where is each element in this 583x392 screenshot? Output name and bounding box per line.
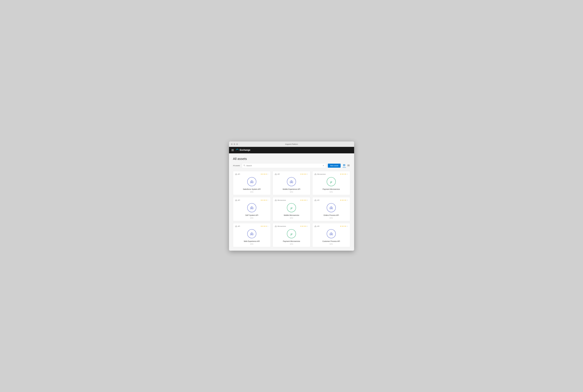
asset-card[interactable]: Microservices ★★★★★ μ Mobile Microservic… bbox=[273, 197, 310, 221]
svg-rect-3 bbox=[344, 164, 345, 165]
asset-type: Microservices bbox=[275, 199, 286, 201]
asset-name: Web Experience API bbox=[235, 240, 269, 242]
search-input[interactable] bbox=[246, 165, 323, 167]
star: ★ bbox=[305, 173, 307, 175]
asset-org: NTO bbox=[314, 217, 348, 219]
asset-card-header: Microservices ★★★★★ bbox=[314, 173, 348, 175]
main-content: All assets All assets ✕ New asset bbox=[229, 153, 354, 251]
asset-card-header: Microservices ★★★★★ bbox=[275, 225, 308, 227]
asset-type: Microservices bbox=[314, 173, 326, 175]
asset-card[interactable]: API ★★★★★ Web Experience API NTO bbox=[233, 223, 271, 247]
search-clear-icon[interactable]: ✕ bbox=[323, 164, 324, 167]
star: ★ bbox=[300, 199, 302, 201]
asset-rating: ★★★★★ bbox=[300, 173, 308, 175]
window-title: Anypoint Platform bbox=[285, 143, 298, 145]
app-window: Anypoint Platform Exchange All assets Al… bbox=[229, 142, 354, 251]
star: ★ bbox=[340, 225, 342, 227]
star: ★ bbox=[261, 173, 262, 175]
assets-grid: API ★★★★★ Salesforce System API NTO API … bbox=[233, 171, 350, 247]
svg-rect-2 bbox=[343, 164, 344, 165]
asset-logo-container: μ bbox=[275, 203, 308, 212]
star: ★ bbox=[302, 199, 303, 201]
asset-logo-container bbox=[314, 203, 348, 212]
star: ★ bbox=[262, 225, 264, 227]
star: ★ bbox=[343, 225, 345, 227]
asset-rating: ★★★★★ bbox=[340, 199, 348, 201]
svg-point-19 bbox=[236, 226, 236, 226]
search-container: ✕ bbox=[242, 163, 326, 168]
asset-card-header: API ★★★★★ bbox=[235, 199, 269, 201]
asset-type: API bbox=[235, 199, 240, 201]
asset-logo-container: μ bbox=[314, 177, 348, 186]
asset-logo-circle: μ bbox=[327, 177, 336, 186]
asset-type: API bbox=[275, 173, 280, 175]
star: ★ bbox=[300, 173, 302, 175]
asset-logo-circle bbox=[247, 177, 256, 186]
star: ★ bbox=[265, 173, 267, 175]
asset-card[interactable]: Microservices ★★★★★ μ Payment Microservi… bbox=[273, 223, 310, 247]
asset-rating: ★★★★★ bbox=[340, 225, 348, 227]
asset-type-label: Microservices bbox=[317, 174, 326, 175]
top-nav: Exchange bbox=[229, 147, 354, 153]
brand-icon bbox=[236, 148, 239, 152]
asset-card[interactable]: API ★★★★★ Salesforce System API NTO bbox=[233, 171, 271, 195]
star: ★ bbox=[342, 199, 343, 201]
star: ★ bbox=[300, 225, 302, 227]
asset-rating: ★★★★★ bbox=[340, 173, 348, 175]
menu-button[interactable] bbox=[231, 149, 234, 151]
asset-card-header: API ★★★★★ bbox=[235, 225, 269, 227]
asset-card-header: Microservices ★★★★★ bbox=[275, 199, 308, 201]
window-dot-close bbox=[231, 143, 233, 145]
star: ★ bbox=[347, 199, 348, 201]
filter-label: All assets bbox=[233, 165, 240, 166]
asset-type-label: API bbox=[238, 174, 240, 175]
asset-name: Orders Process API bbox=[314, 214, 348, 216]
svg-point-16 bbox=[276, 200, 276, 200]
asset-name: Salesforce System API bbox=[235, 188, 269, 190]
asset-card[interactable]: API ★★★★★ SAP System API NTO bbox=[233, 197, 271, 221]
star: ★ bbox=[302, 225, 303, 227]
asset-card-header: API ★★★★★ bbox=[314, 199, 348, 201]
grid-view-button[interactable] bbox=[343, 164, 346, 168]
asset-type-label: API bbox=[238, 200, 240, 201]
asset-type: API bbox=[314, 199, 319, 201]
asset-rating: ★★★★★ bbox=[300, 225, 308, 227]
star: ★ bbox=[342, 225, 343, 227]
star: ★ bbox=[340, 173, 342, 175]
list-view-button[interactable] bbox=[347, 164, 350, 168]
asset-org: NTO bbox=[275, 191, 308, 193]
asset-card-header: API ★★★★★ bbox=[235, 173, 269, 175]
asset-card[interactable]: API ★★★★★ Customer Process API NTO bbox=[312, 223, 350, 247]
asset-card[interactable]: API ★★★★★ Mobile Experience API NTO bbox=[273, 171, 310, 195]
asset-logo-container bbox=[235, 203, 269, 212]
asset-card[interactable]: API ★★★★★ Orders Process API NTO bbox=[312, 197, 350, 221]
asset-org: NTO bbox=[275, 243, 308, 245]
svg-point-9 bbox=[236, 174, 236, 174]
new-asset-button[interactable]: New asset bbox=[328, 164, 341, 168]
star: ★ bbox=[343, 199, 345, 201]
svg-point-22 bbox=[315, 226, 316, 226]
asset-logo-circle bbox=[327, 203, 336, 212]
asset-logo-circle bbox=[287, 177, 296, 186]
asset-logo-container bbox=[314, 229, 348, 238]
star: ★ bbox=[345, 173, 346, 175]
asset-logo-container bbox=[235, 229, 269, 238]
svg-point-17 bbox=[315, 200, 316, 200]
asset-name: Mobile Microservice bbox=[275, 214, 308, 216]
star: ★ bbox=[265, 225, 267, 227]
star: ★ bbox=[340, 199, 342, 201]
page-title: All assets bbox=[233, 157, 350, 161]
asset-name: SAP System API bbox=[235, 214, 269, 216]
view-toggle bbox=[343, 164, 350, 168]
asset-rating: ★★★★★ bbox=[261, 225, 269, 227]
title-bar: Anypoint Platform bbox=[229, 142, 354, 147]
star: ★ bbox=[305, 199, 307, 201]
asset-logo-circle: μ bbox=[287, 203, 296, 212]
asset-logo-circle: μ bbox=[287, 229, 296, 238]
asset-card-header: API ★★★★★ bbox=[275, 173, 308, 175]
asset-card[interactable]: Microservices ★★★★★ μ Payment Microservi… bbox=[312, 171, 350, 195]
svg-line-1 bbox=[245, 166, 245, 166]
star: ★ bbox=[264, 199, 265, 201]
star: ★ bbox=[267, 225, 269, 227]
star: ★ bbox=[302, 173, 303, 175]
